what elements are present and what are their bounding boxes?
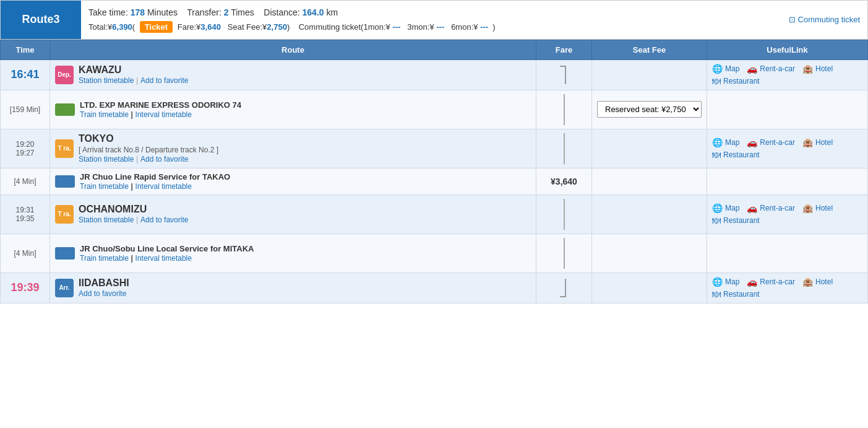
time-cell: 19:31 19:35 bbox=[1, 194, 50, 234]
link-separator: | bbox=[136, 76, 140, 85]
add-favorite-link[interactable]: Add to favorite bbox=[79, 289, 126, 298]
map-icon: 🌐 bbox=[712, 203, 723, 213]
col-header-seatfee: Seat Fee bbox=[592, 40, 707, 59]
add-favorite-link[interactable]: Add to favorite bbox=[140, 216, 188, 224]
station-links: Station timetable | Add to favorite bbox=[79, 215, 188, 224]
train-name: JR Chuo Line Rapid Service for TAKAO bbox=[80, 172, 230, 181]
hotel-link[interactable]: 🏨Hotel bbox=[802, 64, 833, 74]
route-label: Route3 bbox=[22, 13, 59, 26]
station-timetable-link[interactable]: Station timetable bbox=[79, 155, 134, 164]
hotel-link[interactable]: 🏨Hotel bbox=[802, 277, 833, 287]
train-name: LTD. EXP MARINE EXPRESS ODORIKO 74 bbox=[80, 100, 241, 110]
station-cell: Arr. IIDABASHI Add to favorite bbox=[50, 273, 536, 303]
commuting-3mon: --- bbox=[436, 22, 444, 32]
train-timetable-link[interactable]: Train timetable bbox=[80, 182, 129, 191]
fare-line-cell bbox=[536, 194, 592, 234]
interval-timetable-link[interactable]: Interval timetable bbox=[135, 182, 192, 191]
seat-fee-cell-empty bbox=[592, 59, 707, 90]
hotel-link[interactable]: 🏨Hotel bbox=[802, 203, 833, 213]
seat-fee-empty bbox=[592, 194, 707, 234]
seat-fee-empty bbox=[592, 129, 707, 168]
restaurant-link[interactable]: 🍽Restaurant bbox=[712, 150, 760, 160]
route-badge: Route3 bbox=[1, 1, 81, 39]
map-link[interactable]: 🌐Map bbox=[712, 277, 739, 287]
station-timetable-link[interactable]: Station timetable bbox=[79, 216, 134, 224]
link-separator: | bbox=[136, 154, 140, 164]
hotel-icon: 🏨 bbox=[802, 277, 813, 287]
commuting-label: Commuting ticket(1mon:¥ bbox=[299, 22, 390, 32]
arrival-time: 19:31 bbox=[6, 206, 45, 214]
duration-cell: [4 Min] bbox=[1, 234, 50, 273]
table-row: [159 Min] LTD. EXP MARINE EXPRESS ODORIK… bbox=[1, 90, 868, 129]
ticket-button[interactable]: Ticket bbox=[140, 21, 173, 33]
rent-a-car-link[interactable]: 🚗Rent-a-car bbox=[747, 64, 795, 74]
station-timetable-link[interactable]: Station timetable bbox=[79, 76, 134, 85]
station-cell: T ra. TOKYO [ Arrival track No.8 / Depar… bbox=[50, 129, 536, 168]
add-favorite-link[interactable]: Add to favorite bbox=[140, 155, 188, 164]
station-name: IIDABASHI bbox=[79, 277, 129, 289]
rent-a-car-link[interactable]: 🚗Rent-a-car bbox=[747, 277, 795, 287]
col-header-route: Route bbox=[50, 40, 536, 59]
commuting-1mon: --- bbox=[392, 22, 400, 32]
arrival-time: 19:20 bbox=[6, 140, 45, 149]
route-table: Time Route Fare Seat Fee UsefulLink 16:4… bbox=[0, 40, 868, 304]
hotel-link[interactable]: 🏨Hotel bbox=[802, 138, 833, 147]
add-favorite-link[interactable]: Add to favorite bbox=[140, 76, 188, 85]
fare-bracket-bottom bbox=[536, 273, 592, 303]
useful-links-cell: 🌐Map 🚗Rent-a-car 🏨Hotel 🍽Restaurant bbox=[707, 59, 868, 90]
map-link[interactable]: 🌐Map bbox=[712, 64, 739, 74]
train-timetable-link[interactable]: Train timetable bbox=[80, 110, 129, 119]
seat-fee-empty bbox=[592, 273, 707, 303]
fare-line-cell bbox=[536, 90, 592, 129]
map-icon: 🌐 bbox=[712, 64, 723, 74]
train-links: Train timetable | Interval timetable bbox=[80, 110, 241, 119]
useful-empty bbox=[707, 234, 868, 273]
commuting-6mon: --- bbox=[480, 22, 488, 32]
table-row: 19:31 19:35 T ra. OCHANOMIZU Station tim… bbox=[1, 194, 868, 234]
map-icon: 🌐 bbox=[712, 277, 723, 287]
restaurant-link[interactable]: 🍽Restaurant bbox=[712, 289, 760, 299]
transfer-value: 2 bbox=[224, 7, 229, 17]
route-summary-line2: Total:¥6,390( Ticket Fare:¥3,640 Seat Fe… bbox=[88, 20, 774, 34]
distance-value: 164.0 bbox=[303, 7, 324, 17]
useful-links: 🌐Map 🚗Rent-a-car 🏨Hotel 🍽Restaurant bbox=[712, 277, 862, 299]
map-link[interactable]: 🌐Map bbox=[712, 138, 739, 147]
station-links: Station timetable | Add to favorite bbox=[79, 154, 218, 164]
useful-empty bbox=[707, 168, 868, 194]
take-time-unit: Minutes bbox=[147, 7, 178, 17]
restaurant-icon: 🍽 bbox=[712, 216, 721, 225]
hotel-icon: 🏨 bbox=[802, 64, 813, 74]
fare-amount-cell: ¥3,640 bbox=[536, 168, 592, 194]
train-timetable-link[interactable]: Train timetable bbox=[80, 254, 129, 263]
time-cell: 19:39 bbox=[1, 273, 50, 303]
commuting-ticket-link[interactable]: Commuting ticket bbox=[781, 1, 867, 39]
interval-timetable-link[interactable]: Interval timetable bbox=[135, 254, 192, 263]
fare-line-cell bbox=[536, 129, 592, 168]
train-icon bbox=[55, 175, 75, 188]
restaurant-link[interactable]: 🍽Restaurant bbox=[712, 216, 760, 225]
map-link[interactable]: 🌐Map bbox=[712, 203, 739, 213]
car-icon: 🚗 bbox=[747, 138, 757, 147]
station-badge: Arr. bbox=[55, 279, 74, 297]
interval-timetable-link[interactable]: Interval timetable bbox=[135, 110, 192, 119]
train-duration: [4 Min] bbox=[6, 177, 45, 186]
useful-links: 🌐Map 🚗Rent-a-car 🏨Hotel 🍽Restaurant bbox=[712, 64, 862, 86]
station-cell: Dep. KAWAZU Station timetable | Add to f… bbox=[50, 59, 536, 90]
rent-a-car-link[interactable]: 🚗Rent-a-car bbox=[747, 203, 795, 213]
commuting-6mon-label: 6mon:¥ bbox=[451, 22, 478, 32]
duration-cell: [4 Min] bbox=[1, 168, 50, 194]
departure-time: 19:35 bbox=[6, 214, 45, 223]
restaurant-icon: 🍽 bbox=[712, 289, 721, 299]
train-cell: JR Chuo Line Rapid Service for TAKAO Tra… bbox=[50, 168, 536, 194]
fare-value: ¥3,640 bbox=[551, 177, 577, 186]
distance-label: Distance: bbox=[264, 7, 299, 17]
rent-a-car-link[interactable]: 🚗Rent-a-car bbox=[747, 138, 795, 147]
seat-fee-select[interactable]: Reserved seat: ¥2,750 Non-reserved seat bbox=[597, 101, 702, 118]
col-header-time: Time bbox=[1, 40, 50, 59]
station-name: KAWAZU bbox=[79, 64, 188, 76]
table-row: 19:39 Arr. IIDABASHI Add to favorite bbox=[1, 273, 868, 303]
restaurant-link[interactable]: 🍽Restaurant bbox=[712, 76, 760, 86]
train-links: Train timetable | Interval timetable bbox=[80, 181, 230, 191]
take-time-label: Take time: bbox=[88, 7, 128, 17]
useful-empty bbox=[707, 90, 868, 129]
